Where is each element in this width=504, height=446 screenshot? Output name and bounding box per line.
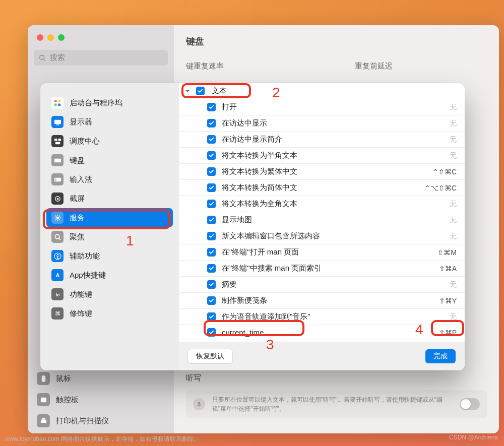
- search-icon: [39, 54, 46, 61]
- service-checkbox[interactable]: [207, 232, 216, 240]
- svg-point-21: [56, 198, 58, 200]
- service-checkbox[interactable]: [207, 200, 216, 208]
- bg-item-mouse[interactable]: 鼠标: [34, 368, 168, 389]
- service-label: 在访达中显示: [222, 118, 450, 128]
- service-shortcut[interactable]: 无: [450, 200, 460, 209]
- service-row[interactable]: 作为语音轨道添加到"音乐"无: [179, 309, 465, 325]
- service-shortcut[interactable]: ⌃⇧⌘C: [432, 168, 460, 176]
- service-shortcut[interactable]: ⇧⌘Y: [439, 297, 460, 305]
- service-row[interactable]: 将文本转换为全角文本无: [179, 196, 465, 212]
- group-text-header[interactable]: 文本: [179, 83, 465, 99]
- sidebar-item-spotlight[interactable]: 聚焦: [46, 227, 173, 246]
- service-label: 摘要: [222, 280, 450, 289]
- sidebar-item-label: 截屏: [70, 194, 85, 204]
- modifier-icon: ⌘: [51, 307, 64, 320]
- service-shortcut[interactable]: 无: [450, 232, 460, 241]
- service-checkbox[interactable]: [207, 216, 216, 224]
- svg-rect-9: [58, 99, 60, 102]
- sidebar-item-label: 聚焦: [70, 232, 85, 242]
- shortcuts-sheet: 启动台与程序坞显示器调度中心键盘输入法截屏服务聚焦辅助功能AApp快捷键fn功能…: [40, 83, 465, 370]
- svg-rect-12: [54, 119, 60, 123]
- sidebar-item-label: 辅助功能: [70, 251, 100, 261]
- search-input[interactable]: 搜索: [34, 50, 168, 66]
- service-row[interactable]: 在"终端"中搜索 man 页面索引⇧⌘A: [179, 261, 465, 277]
- service-label: current_time: [222, 328, 439, 337]
- sidebar-item-services[interactable]: 服务: [46, 208, 173, 227]
- sheet-sidebar: 启动台与程序坞显示器调度中心键盘输入法截屏服务聚焦辅助功能AApp快捷键fn功能…: [40, 83, 179, 370]
- service-row[interactable]: 摘要无: [179, 277, 465, 293]
- service-checkbox[interactable]: [207, 135, 216, 144]
- service-shortcut[interactable]: 无: [450, 216, 460, 225]
- sidebar-item-screenshot[interactable]: 截屏: [46, 189, 173, 208]
- group-checkbox[interactable]: [196, 87, 205, 95]
- sidebar-item-launchpad[interactable]: 启动台与程序坞: [46, 93, 173, 112]
- service-checkbox[interactable]: [207, 103, 216, 111]
- svg-rect-2: [41, 375, 45, 381]
- service-row[interactable]: 新文本编辑窗口包含所选内容无: [179, 228, 465, 244]
- service-row[interactable]: 将文本转换为简体中文⌃⌥⇧⌘C: [179, 180, 465, 196]
- sidebar-item-mission[interactable]: 调度中心: [46, 132, 173, 151]
- service-row[interactable]: 显示地图无: [179, 212, 465, 228]
- service-shortcut[interactable]: 无: [450, 312, 460, 322]
- svg-rect-10: [54, 103, 56, 106]
- mouse-icon: [37, 372, 50, 385]
- svg-point-23: [55, 234, 59, 238]
- service-label: 将文本转换为繁体中文: [222, 167, 432, 176]
- close-icon[interactable]: [37, 34, 43, 41]
- bg-item-trackpad[interactable]: 触控板: [34, 389, 168, 410]
- service-shortcut[interactable]: 无: [450, 103, 460, 112]
- sidebar-item-a11y[interactable]: 辅助功能: [46, 246, 173, 266]
- service-row[interactable]: 将文本转换为半角文本无: [179, 148, 465, 164]
- sidebar-item-keyboard[interactable]: 键盘: [46, 151, 173, 170]
- svg-text:⌘: ⌘: [55, 310, 60, 316]
- service-shortcut[interactable]: 无: [450, 119, 460, 128]
- service-shortcut[interactable]: 无: [450, 135, 460, 144]
- sheet-main: 文本 打开无在访达中显示无在访达中显示简介无将文本转换为半角文本无将文本转换为繁…: [179, 83, 465, 370]
- service-row[interactable]: 将文本转换为繁体中文⌃⇧⌘C: [179, 164, 465, 180]
- service-shortcut[interactable]: ⌃⌥⇧⌘C: [424, 184, 460, 192]
- sheet-footer: 恢复默认 完成: [179, 342, 465, 370]
- service-row[interactable]: 打开无: [179, 99, 465, 115]
- service-checkbox[interactable]: [207, 248, 216, 257]
- service-checkbox[interactable]: [207, 119, 216, 128]
- service-row[interactable]: 在访达中显示简介无: [179, 132, 465, 148]
- service-shortcut[interactable]: ⇧⌘M: [437, 248, 460, 257]
- service-label: 将文本转换为简体中文: [222, 183, 424, 193]
- minimize-icon[interactable]: [47, 34, 54, 41]
- service-shortcut[interactable]: 无: [450, 280, 460, 289]
- service-checkbox[interactable]: [207, 167, 216, 176]
- sidebar-item-display[interactable]: 显示器: [46, 112, 173, 132]
- service-checkbox[interactable]: [207, 264, 216, 273]
- service-checkbox[interactable]: [207, 280, 216, 289]
- service-row[interactable]: 在访达中显示无: [179, 115, 465, 132]
- restore-defaults-button[interactable]: 恢复默认: [188, 349, 232, 363]
- sidebar-item-fn[interactable]: fn功能键: [46, 285, 173, 304]
- sidebar-item-label: 输入法: [70, 175, 92, 184]
- service-row[interactable]: 制作新便笺条⇧⌘Y: [179, 293, 465, 309]
- svg-rect-14: [54, 138, 57, 141]
- sidebar-item-input[interactable]: 输入法: [46, 170, 173, 189]
- service-checkbox[interactable]: [207, 296, 216, 305]
- svg-text:fn: fn: [55, 292, 59, 297]
- service-list[interactable]: 文本 打开无在访达中显示无在访达中显示简介无将文本转换为半角文本无将文本转换为繁…: [179, 83, 465, 342]
- service-checkbox[interactable]: [207, 183, 216, 192]
- service-row[interactable]: current_time⇧⌘P: [179, 325, 465, 340]
- service-checkbox[interactable]: [207, 328, 216, 337]
- done-button[interactable]: 完成: [425, 349, 456, 363]
- dictation-text: 只要所在位置可以键入文本，就可以使用"听写"。若要开始听写，请使用快捷键或从"编…: [212, 395, 453, 413]
- service-row[interactable]: 在"终端"打开 man 页面⇧⌘M: [179, 244, 465, 261]
- bg-item-printers[interactable]: 打印机与扫描仪: [34, 410, 168, 431]
- service-shortcut[interactable]: ⇧⌘A: [439, 265, 460, 273]
- input-icon: [51, 173, 64, 185]
- dictation-toggle[interactable]: [460, 398, 480, 410]
- service-shortcut[interactable]: ⇧⌘P: [439, 329, 460, 337]
- sidebar-item-app[interactable]: AApp快捷键: [46, 266, 173, 285]
- service-checkbox[interactable]: [207, 312, 216, 321]
- window-controls[interactable]: [37, 34, 168, 41]
- service-label: 制作新便笺条: [222, 296, 439, 305]
- sidebar-item-modifier[interactable]: ⌘修饰键: [46, 304, 173, 323]
- service-shortcut[interactable]: 无: [450, 151, 460, 160]
- zoom-icon[interactable]: [58, 34, 65, 41]
- service-checkbox[interactable]: [207, 151, 216, 160]
- chevron-down-icon[interactable]: [184, 88, 191, 95]
